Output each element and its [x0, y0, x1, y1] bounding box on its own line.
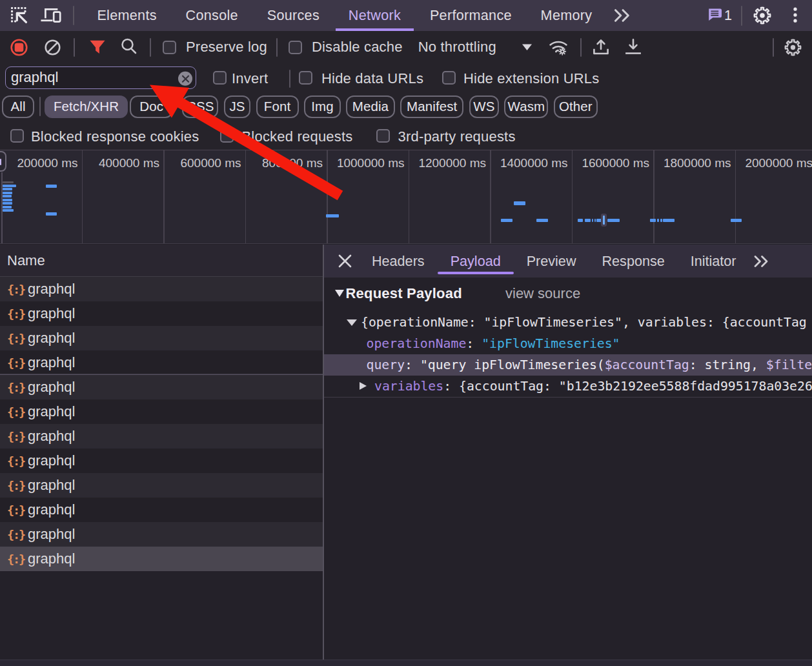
- payload-segment: "query ipFlowTimeseries(: [420, 358, 605, 372]
- type-chip[interactable]: Media: [346, 96, 394, 118]
- panel-tab-label: Performance: [430, 7, 512, 24]
- panel-tab[interactable]: Console: [171, 0, 252, 31]
- request-row[interactable]: {:} graphql: [0, 449, 323, 473]
- settings-button[interactable]: [742, 0, 782, 31]
- type-chip[interactable]: Doc: [130, 96, 173, 118]
- inspect-element-button[interactable]: [10, 0, 29, 31]
- overview-resize-handle[interactable]: [0, 151, 6, 172]
- panel-tab[interactable]: Sources: [252, 0, 334, 31]
- more-detail-tabs-button[interactable]: [746, 245, 778, 278]
- hide-data-urls-checkbox[interactable]: [299, 71, 312, 85]
- request-row[interactable]: {:} graphql: [0, 498, 323, 522]
- network-conditions-button[interactable]: [533, 31, 569, 63]
- clear-filter-button[interactable]: [178, 72, 192, 86]
- payload-segment: query: [367, 358, 405, 372]
- hide-data-urls-label: Hide data URLs: [321, 70, 423, 87]
- type-chip-all[interactable]: All: [2, 96, 34, 118]
- panel-tab[interactable]: Elements: [83, 0, 171, 31]
- type-chip[interactable]: WS: [469, 96, 499, 118]
- waterfall-mark: [326, 214, 339, 217]
- type-chip[interactable]: Manifest: [400, 96, 463, 118]
- export-har-button[interactable]: [617, 31, 649, 63]
- request-name: graphql: [28, 379, 75, 396]
- type-chip[interactable]: Font: [256, 96, 299, 118]
- import-har-button[interactable]: [584, 31, 618, 63]
- filter-text-input[interactable]: graphql: [5, 66, 196, 89]
- type-chip-label: Other: [559, 99, 593, 114]
- pane-resize-divider[interactable]: [323, 245, 324, 660]
- clear-icon: [45, 39, 61, 56]
- payload-tree-row[interactable]: variables: {accountTag: "b12e3b2192ee558…: [324, 376, 812, 397]
- waterfall-mark: [3, 188, 12, 190]
- detail-tab[interactable]: Headers: [359, 245, 438, 278]
- json-request-icon: {:}: [7, 356, 27, 370]
- third-party-requests-checkbox[interactable]: [376, 129, 390, 143]
- type-chip[interactable]: Img: [304, 96, 341, 118]
- network-settings-button[interactable]: [774, 31, 812, 63]
- active-tab-underline: [438, 272, 514, 274]
- waterfall-mark: [514, 201, 525, 205]
- json-request-icon: {:}: [7, 307, 27, 321]
- payload-tree-row[interactable]: {operationName: "ipFlowTimeseries", vari…: [324, 312, 812, 333]
- waterfall-mark: [660, 219, 662, 223]
- tree-expand-icon[interactable]: [360, 382, 367, 390]
- request-row[interactable]: {:} graphql: [0, 277, 323, 301]
- close-icon: [181, 75, 190, 83]
- request-row[interactable]: {:} graphql: [0, 326, 323, 350]
- customize-devtools-button[interactable]: [782, 0, 808, 31]
- name-column-header[interactable]: Name: [0, 245, 323, 277]
- request-details-tabbar: Headers Payload Preview Response: [324, 245, 812, 278]
- network-overview-timeline[interactable]: 200000 ms400000 ms600000 ms800000 ms1000…: [0, 150, 812, 244]
- request-row[interactable]: {:} graphql: [0, 375, 323, 399]
- detail-tab[interactable]: Payload: [438, 245, 514, 278]
- payload-tree-row[interactable]: query: "query ipFlowTimeseries($accountT…: [324, 354, 812, 376]
- toolbar-divider: [580, 38, 582, 57]
- close-details-button[interactable]: [338, 254, 352, 268]
- invert-checkbox[interactable]: [213, 71, 227, 85]
- request-payload-section-header[interactable]: Request Payload view source: [324, 278, 812, 310]
- preserve-log-checkbox[interactable]: [163, 41, 176, 54]
- gridline: [735, 150, 736, 243]
- request-row[interactable]: {:} graphql: [0, 473, 323, 498]
- tree-expand-icon[interactable]: [347, 319, 357, 326]
- filter-button[interactable]: [75, 31, 119, 63]
- view-source-link[interactable]: view source: [505, 285, 580, 302]
- type-chip[interactable]: Other: [554, 96, 598, 118]
- record-network-log-button[interactable]: [0, 31, 37, 63]
- hide-extension-urls-checkbox[interactable]: [442, 71, 456, 85]
- waterfall-mark: [3, 192, 12, 194]
- type-chip[interactable]: Fetch/XHR: [45, 96, 128, 118]
- request-row[interactable]: {:} graphql: [0, 424, 323, 449]
- type-chip[interactable]: CSS: [182, 96, 218, 118]
- request-row[interactable]: {:} graphql: [0, 399, 323, 424]
- detail-tab[interactable]: Response: [589, 245, 677, 278]
- clear-network-log-button[interactable]: [37, 31, 68, 63]
- disable-cache-checkbox[interactable]: [289, 41, 302, 54]
- detail-tab[interactable]: Initiator: [678, 245, 749, 278]
- blocked-requests-checkbox[interactable]: [220, 129, 234, 143]
- request-row[interactable]: {:} graphql: [0, 547, 323, 571]
- search-button[interactable]: [116, 31, 142, 63]
- more-tabs-button[interactable]: [607, 0, 639, 31]
- type-chip-label: Img: [311, 99, 333, 114]
- filter-input-value: graphql: [11, 69, 58, 86]
- panel-tab[interactable]: Memory: [526, 0, 607, 31]
- detail-tab[interactable]: Preview: [514, 245, 589, 278]
- blocked-response-cookies-checkbox[interactable]: [10, 129, 24, 143]
- payload-tree-row[interactable]: operationName: "ipFlowTimeseries": [324, 333, 812, 354]
- request-type-filter-row: All Fetch/XHR Doc CSS JS Font Img Media: [0, 96, 812, 121]
- request-row[interactable]: {:} graphql: [0, 350, 323, 375]
- request-row[interactable]: {:} graphql: [0, 301, 323, 326]
- type-chip[interactable]: JS: [224, 96, 250, 118]
- request-row[interactable]: {:} graphql: [0, 522, 323, 547]
- waterfall-mark: [594, 219, 596, 223]
- mini-gear: [559, 48, 565, 55]
- payload-line-text: operationName: "ipFlowTimeseries": [367, 336, 620, 351]
- toggle-device-toolbar-button[interactable]: [41, 0, 61, 31]
- type-chip[interactable]: Wasm: [504, 96, 548, 118]
- throttling-select[interactable]: No throttling: [418, 39, 533, 56]
- panel-tab[interactable]: Network: [334, 0, 415, 31]
- name-column-label: Name: [7, 252, 45, 269]
- panel-tab[interactable]: Performance: [416, 0, 527, 31]
- payload-segment: variables: [374, 379, 443, 394]
